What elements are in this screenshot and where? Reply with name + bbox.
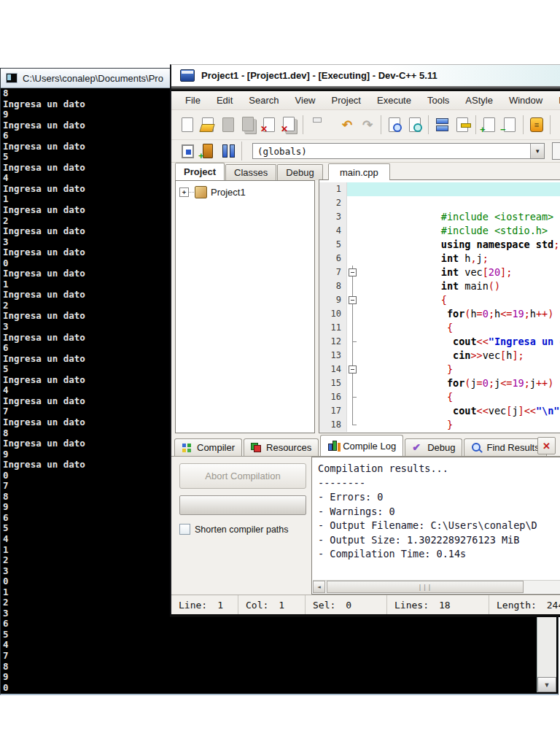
- fold-marker[interactable]: [347, 363, 358, 376]
- tab-debug[interactable]: Debug: [277, 164, 322, 180]
- goto-function-button[interactable]: [452, 114, 472, 136]
- fold-marker[interactable]: [347, 210, 358, 224]
- menu-item[interactable]: AStyle: [457, 95, 501, 106]
- scroll-left-icon[interactable]: ◄: [313, 581, 325, 593]
- undo-button[interactable]: ↶: [337, 114, 357, 136]
- fold-marker[interactable]: [347, 321, 358, 335]
- hscroll-thumb[interactable]: |||: [327, 581, 524, 593]
- status-value: 0: [346, 600, 351, 611]
- replace-button[interactable]: [405, 114, 425, 136]
- log-line: - Errors: 0: [318, 490, 560, 505]
- scroll-down-icon[interactable]: ▼: [537, 677, 556, 692]
- editor-area: main.cpp 1 #include <iostream> 2: [319, 163, 560, 433]
- tab-project[interactable]: Project: [175, 163, 225, 180]
- abort-compilation-button[interactable]: Abort Compilation: [179, 463, 306, 489]
- line-number: 10: [319, 307, 347, 321]
- line-number: 14: [319, 363, 347, 376]
- fold-marker[interactable]: [347, 279, 358, 293]
- code-text: int h,j;: [358, 224, 560, 238]
- compile-progress-bar: [179, 495, 306, 515]
- secondary-toolbar-buttons: +: [177, 140, 245, 162]
- code-text: int vec[20];: [358, 238, 560, 252]
- menu-item[interactable]: Help: [551, 95, 560, 106]
- close-file-button[interactable]: ✕: [259, 114, 279, 136]
- profile-button[interactable]: ≡: [526, 114, 547, 136]
- open-file-button[interactable]: [198, 114, 218, 136]
- tab-find-results[interactable]: Find Results: [464, 438, 546, 456]
- save-all-button[interactable]: [238, 114, 259, 136]
- compile-log-panel: Abort Compilation Shorten compiler paths…: [171, 456, 560, 595]
- fold-marker[interactable]: [347, 196, 358, 210]
- menu-bar: FileEditSearchViewProjectExecuteToolsASt…: [171, 91, 560, 110]
- save-button[interactable]: [218, 114, 238, 136]
- fold-marker[interactable]: [347, 349, 358, 363]
- add-door-button[interactable]: +: [198, 140, 218, 162]
- main-area: ProjectClassesDebug + Project1 main.cpp …: [171, 163, 560, 435]
- fold-marker[interactable]: [347, 307, 358, 321]
- close-panel-button[interactable]: ✕: [537, 437, 556, 454]
- line-number: 2: [319, 196, 347, 210]
- line-number: 5: [319, 238, 347, 252]
- menu-item[interactable]: Execute: [369, 95, 419, 106]
- code-line: 4 int h,j;: [319, 224, 560, 238]
- new-file-button[interactable]: [177, 114, 198, 136]
- code-line: 12 }: [319, 335, 560, 349]
- tab-classes[interactable]: Classes: [225, 164, 276, 180]
- shorten-paths-row[interactable]: Shorten compiler paths: [179, 524, 289, 535]
- menu-item[interactable]: File: [177, 95, 209, 106]
- line-number: 7: [319, 266, 347, 279]
- close-all-button[interactable]: ✕: [279, 114, 300, 136]
- log-line: - Output Size: 1.3022289276123 MiB: [318, 533, 560, 548]
- tab-resources[interactable]: Resources: [244, 438, 319, 456]
- tab-label: Resources: [266, 442, 311, 453]
- menu-item[interactable]: Window: [501, 95, 551, 106]
- nav-window-button[interactable]: [177, 140, 198, 162]
- line-number: 1: [319, 182, 347, 196]
- tab-compiler[interactable]: Compiler: [174, 438, 242, 456]
- fold-marker[interactable]: [347, 376, 358, 390]
- devcpp-titlebar[interactable]: Project1 - [Project1.dev] - [Executing] …: [171, 65, 560, 86]
- menu-item[interactable]: Edit: [209, 95, 241, 106]
- class-browser-combo[interactable]: (globals) ▼: [252, 143, 545, 159]
- fold-marker[interactable]: [347, 404, 358, 418]
- fold-marker[interactable]: [347, 252, 358, 266]
- log-hscrollbar[interactable]: ◄ |||: [313, 580, 560, 593]
- expand-icon[interactable]: +: [179, 187, 189, 197]
- menu-item[interactable]: Project: [324, 95, 369, 106]
- shorten-paths-checkbox[interactable]: [179, 524, 190, 535]
- status-item: Line: 1: [171, 595, 238, 614]
- project-explorer[interactable]: + Project1: [175, 180, 315, 433]
- console-line: 0: [3, 683, 536, 692]
- page-icon: [222, 117, 234, 132]
- pause-button[interactable]: [218, 140, 238, 162]
- fold-marker[interactable]: [347, 293, 358, 307]
- code-text: {: [358, 363, 560, 376]
- editor-tab-main-cpp[interactable]: main.cpp: [328, 163, 390, 180]
- code-editor[interactable]: 1 #include <iostream> 2 #include <stdio.…: [319, 179, 560, 433]
- log-line: - Warnings: 0: [318, 505, 560, 519]
- fold-marker[interactable]: [347, 418, 358, 432]
- tree-item-project1[interactable]: + Project1: [176, 181, 314, 198]
- menu-item[interactable]: View: [287, 95, 324, 106]
- secondary-combo-fragment: [552, 142, 560, 160]
- fold-marker[interactable]: [347, 182, 358, 196]
- code-line: 14 {: [319, 363, 560, 376]
- fold-marker[interactable]: [347, 224, 358, 238]
- menu-item[interactable]: Search: [241, 95, 287, 106]
- tab-debug-panel[interactable]: ✔ Debug: [405, 438, 462, 456]
- remove-from-project-button[interactable]: −: [499, 114, 520, 136]
- swap-header-source-button[interactable]: [432, 114, 452, 136]
- code-text: }: [358, 335, 560, 349]
- fold-marker[interactable]: [347, 266, 358, 279]
- line-number: 4: [319, 224, 347, 238]
- tab-compile-log[interactable]: Compile Log: [320, 435, 403, 456]
- print-button[interactable]: [306, 114, 327, 136]
- fold-marker[interactable]: [347, 335, 358, 349]
- chevron-down-icon[interactable]: ▼: [530, 144, 544, 158]
- fold-marker[interactable]: [347, 238, 358, 252]
- find-button[interactable]: [384, 114, 405, 136]
- redo-button[interactable]: ↷: [357, 114, 378, 136]
- add-to-project-button[interactable]: +: [479, 114, 499, 136]
- menu-item[interactable]: Tools: [419, 95, 457, 106]
- fold-marker[interactable]: [347, 390, 358, 404]
